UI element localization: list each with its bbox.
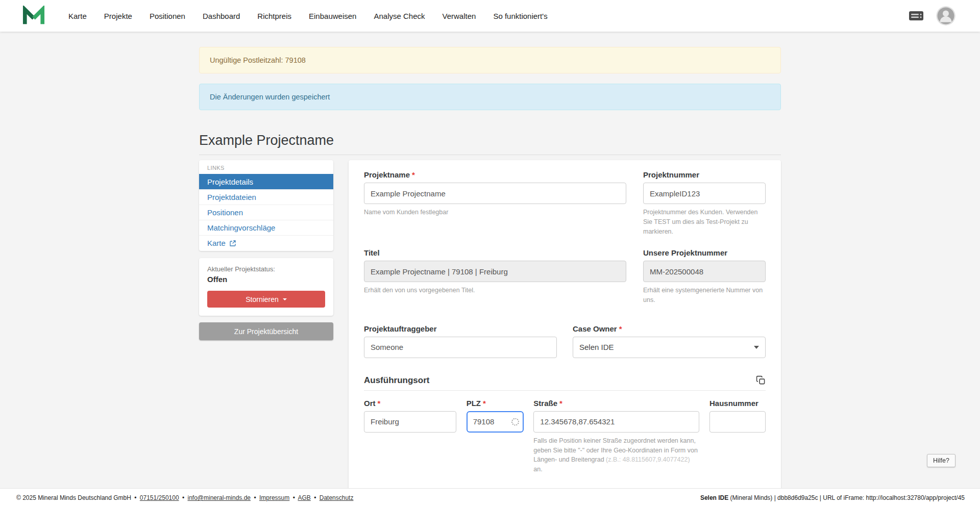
- strasse-help-example: (z.B.: 48.8115607,9.4077422): [606, 456, 690, 463]
- footer-impressum-link[interactable]: Impressum: [259, 494, 289, 501]
- loading-spinner: [511, 418, 519, 425]
- footer-debug-rest: (Mineral Minds) | dbb8d6d9a25c | URL of …: [728, 494, 965, 501]
- copy-location-button[interactable]: [756, 375, 766, 385]
- footer-phone-link[interactable]: 07151/250100: [140, 494, 179, 501]
- hausnummer-input[interactable]: [709, 411, 766, 433]
- projektname-label-text: Projektname: [364, 170, 410, 179]
- sidebar: LINKS Projektdetails Projektdateien Posi…: [199, 160, 333, 340]
- page-title: Example Projectname: [199, 133, 781, 148]
- case-owner-label: Case Owner*: [573, 324, 766, 333]
- case-owner-selected-value: Selen IDE: [579, 343, 614, 351]
- footer-separator: •: [293, 494, 295, 501]
- projektauftraggeber-input[interactable]: [364, 337, 557, 358]
- main-nav: Karte Projekte Positionen Dashboard Rich…: [68, 12, 548, 20]
- nav-item-karte[interactable]: Karte: [68, 12, 87, 20]
- warning-alert: Ungültige Postleitzahl: 79108: [199, 47, 781, 73]
- server-icon[interactable]: [909, 10, 924, 21]
- unsere-projektnummer-label: Unsere Projektnummer: [643, 248, 766, 257]
- sidebar-item-karte[interactable]: Karte: [199, 235, 333, 250]
- titel-label: Titel: [364, 248, 626, 257]
- cancel-project-button-label: Stornieren: [246, 295, 279, 303]
- case-owner-label-text: Case Owner: [573, 324, 617, 333]
- unsere-projektnummer-input: [643, 261, 766, 282]
- status-card: Aktueller Projektstatus: Offen Storniere…: [199, 258, 333, 316]
- external-link-icon: [230, 240, 236, 246]
- strasse-help-suffix: an.: [533, 466, 542, 473]
- nav-item-einbauweisen[interactable]: Einbauweisen: [309, 12, 356, 20]
- strasse-label-text: Straße: [533, 399, 557, 408]
- nav-right: [909, 6, 955, 26]
- footer-agb-link[interactable]: AGB: [298, 494, 311, 501]
- help-button[interactable]: Hilfe?: [927, 454, 955, 467]
- sidebar-item-projektdetails[interactable]: Projektdetails: [199, 174, 333, 189]
- required-asterisk: *: [483, 399, 486, 408]
- footer-separator: •: [182, 494, 184, 501]
- project-details-form: Projektname* Name vom Kunden festlegbar …: [349, 160, 781, 507]
- info-alert: Die Änderungen wurden gespeichert: [199, 84, 781, 110]
- footer-separator: •: [314, 494, 316, 501]
- caret-down-icon: [283, 298, 287, 300]
- server-icon-glyph: [909, 10, 924, 21]
- user-avatar[interactable]: [936, 6, 955, 26]
- links-header: LINKS: [199, 160, 333, 174]
- required-asterisk: *: [412, 170, 415, 179]
- projektname-label: Projektname*: [364, 170, 626, 179]
- nav-item-positionen[interactable]: Positionen: [150, 12, 185, 20]
- mineral-minds-logo[interactable]: [22, 6, 45, 26]
- nav-item-so-funktionierts[interactable]: So funktioniert's: [493, 12, 547, 20]
- user-avatar-icon: [936, 6, 955, 26]
- section-ausfuehrungsort-title: Ausführungsort: [364, 375, 429, 386]
- copy-icon: [756, 375, 766, 385]
- titel-input: [364, 261, 626, 282]
- ort-input[interactable]: [364, 411, 456, 433]
- plz-label-text: PLZ: [467, 399, 481, 408]
- cancel-project-button[interactable]: Stornieren: [207, 291, 325, 308]
- required-asterisk: *: [559, 399, 562, 408]
- required-asterisk: *: [378, 399, 381, 408]
- ort-label: Ort*: [364, 399, 456, 408]
- sidebar-item-projektdateien[interactable]: Projektdateien: [199, 189, 333, 205]
- links-card: LINKS Projektdetails Projektdateien Posi…: [199, 160, 333, 251]
- required-asterisk: *: [619, 324, 622, 333]
- footer-email-link[interactable]: info@mineral-minds.de: [187, 494, 251, 501]
- case-owner-select[interactable]: Selen IDE: [573, 337, 766, 358]
- project-overview-button[interactable]: Zur Projektübersicht: [199, 322, 333, 340]
- footer-copyright: © 2025 Mineral Minds Deutschland GmbH: [16, 494, 131, 501]
- sidebar-item-positionen[interactable]: Positionen: [199, 205, 333, 220]
- nav-item-dashboard[interactable]: Dashboard: [203, 12, 240, 20]
- ort-label-text: Ort: [364, 399, 376, 408]
- strasse-input[interactable]: [533, 411, 699, 433]
- footer-separator: •: [134, 494, 136, 501]
- logo-icon: [22, 6, 45, 26]
- title-divider: [199, 155, 781, 155]
- section-ausfuehrungsort: Ausführungsort: [364, 375, 766, 391]
- strasse-help: Falls die Position keiner Straße zugeord…: [533, 436, 699, 474]
- projektnummer-input[interactable]: [643, 183, 766, 204]
- navbar: Karte Projekte Positionen Dashboard Rich…: [0, 0, 980, 32]
- sidebar-item-matchingvorschlaege[interactable]: Matchingvorschläge: [199, 220, 333, 235]
- footer-left: © 2025 Mineral Minds Deutschland GmbH • …: [16, 494, 353, 501]
- nav-item-analyse-check[interactable]: Analyse Check: [374, 12, 425, 20]
- titel-help: Erhält den von uns vorgegebenen Titel.: [364, 286, 626, 295]
- footer-user: Selen IDE: [700, 494, 728, 501]
- projektauftraggeber-label: Projektauftraggeber: [364, 324, 557, 333]
- main-content: Ungültige Postleitzahl: 79108 Die Änderu…: [0, 32, 980, 507]
- footer-debug-info: Selen IDE (Mineral Minds) | dbb8d6d9a25c…: [700, 494, 965, 501]
- footer: © 2025 Mineral Minds Deutschland GmbH • …: [0, 488, 980, 507]
- hausnummer-label: Hausnummer: [709, 399, 766, 408]
- nav-item-richtpreis[interactable]: Richtpreis: [257, 12, 291, 20]
- caret-down-icon: [754, 346, 759, 349]
- nav-item-projekte[interactable]: Projekte: [104, 12, 132, 20]
- projektnummer-help: Projektnummer des Kunden. Verwenden Sie …: [643, 208, 766, 236]
- nav-item-verwalten[interactable]: Verwalten: [443, 12, 476, 20]
- footer-datenschutz-link[interactable]: Datenschutz: [320, 494, 354, 501]
- unsere-projektnummer-help: Erhält eine systemgenerierte Nummer von …: [643, 286, 766, 305]
- strasse-label: Straße*: [533, 399, 699, 408]
- projektname-help: Name vom Kunden festlegbar: [364, 208, 626, 217]
- project-status-value: Offen: [207, 275, 325, 284]
- projektnummer-label: Projektnummer: [643, 170, 766, 179]
- project-status-label: Aktueller Projektstatus:: [207, 265, 325, 273]
- footer-separator: •: [254, 494, 256, 501]
- projektname-input[interactable]: [364, 183, 626, 204]
- sidebar-item-karte-label: Karte: [207, 239, 226, 247]
